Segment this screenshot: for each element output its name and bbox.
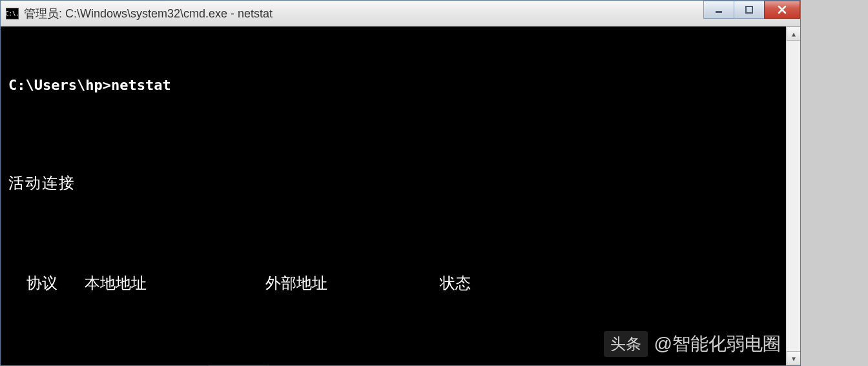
svg-rect-0 (716, 11, 722, 13)
command-text: netstat (111, 77, 171, 93)
svg-rect-1 (746, 6, 752, 13)
cmd-icon: C:\. (6, 8, 19, 19)
cell-protocol: TCP (26, 361, 98, 365)
cell-local-address: 192.168.3.3: (98, 361, 311, 365)
section-title: 活动连接 (8, 171, 792, 195)
redacted-port (208, 365, 266, 365)
cmd-window: C:\. 管理员: C:\Windows\system32\cmd.exe - … (0, 0, 801, 366)
watermark-label: 头条 (604, 331, 648, 357)
scroll-up-icon[interactable]: ▲ (787, 27, 800, 41)
titlebar[interactable]: C:\. 管理员: C:\Windows\system32\cmd.exe - … (1, 1, 800, 27)
watermark: 头条 @智能化弱电圈 (604, 330, 781, 358)
minimize-button[interactable] (703, 1, 734, 19)
column-headers: 协议 本地地址 外部地址 状态 (8, 272, 792, 295)
cell-state: CLOSE_WAIT (537, 361, 666, 365)
header-foreign-address: 外部地址 (265, 272, 440, 295)
window-controls (704, 1, 800, 19)
window-title: 管理员: C:\Windows\system32\cmd.exe - netst… (24, 6, 273, 21)
header-protocol: 协议 (26, 272, 85, 295)
table-row: TCP 192.168.3.3: opentrackr:http CLOSE_W… (8, 361, 792, 365)
header-state: 状态 (440, 272, 556, 295)
close-button[interactable] (764, 1, 800, 19)
prompt-line: C:\Users\hp>netstat (8, 74, 792, 96)
watermark-handle: @智能化弱电圈 (654, 330, 781, 358)
maximize-button[interactable] (734, 1, 765, 19)
header-local-address: 本地地址 (85, 272, 265, 295)
scroll-down-icon[interactable]: ▼ (787, 351, 800, 365)
terminal-area[interactable]: C:\Users\hp>netstat 活动连接 协议 本地地址 外部地址 状态… (1, 27, 800, 365)
prompt-text: C:\Users\hp> (8, 77, 111, 93)
scrollbar[interactable]: ▲ ▼ (786, 27, 800, 365)
cell-foreign-address: opentrackr:http (311, 361, 537, 365)
local-address-value: 192.168.3.3: (98, 364, 208, 365)
